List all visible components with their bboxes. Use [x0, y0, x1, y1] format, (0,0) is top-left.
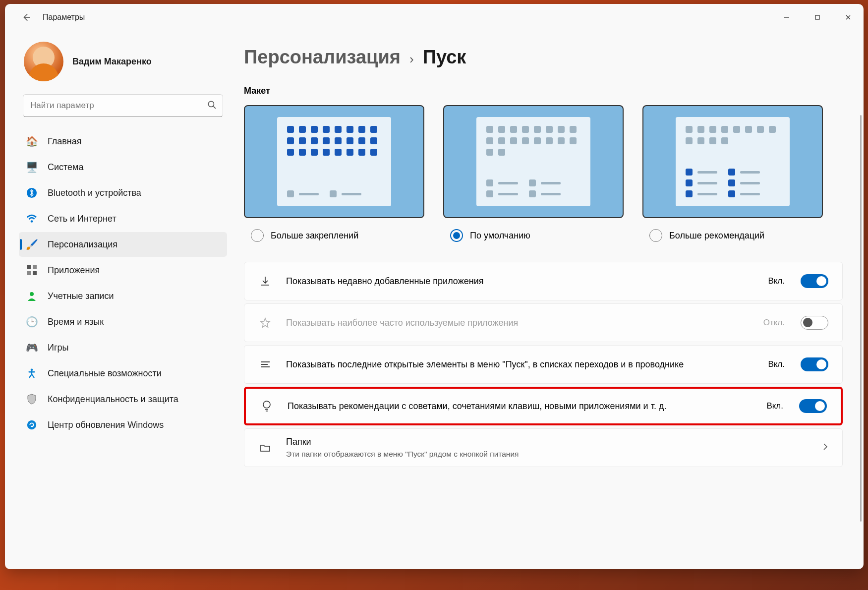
- sidebar-item-label: Конфиденциальность и защита: [48, 394, 178, 405]
- svg-rect-1: [815, 15, 819, 19]
- svg-point-7: [31, 220, 33, 223]
- sidebar-item-label: Игры: [48, 343, 68, 353]
- svg-rect-9: [33, 265, 37, 269]
- maximize-button[interactable]: [802, 7, 833, 27]
- setting-label: Показывать последние открытые элементы в…: [286, 358, 754, 370]
- svg-point-4: [208, 101, 214, 107]
- sidebar-item-label: Приложения: [48, 265, 100, 276]
- update-icon: [26, 419, 38, 431]
- radio-label: Больше рекомендаций: [669, 231, 764, 241]
- svg-rect-10: [27, 271, 31, 275]
- svg-point-13: [31, 368, 33, 371]
- sidebar: Вадим Макаренко 🏠Главная 🖥️Система Bluet…: [5, 31, 232, 569]
- sidebar-item-label: Главная: [48, 136, 82, 147]
- profile-name: Вадим Макаренко: [72, 57, 152, 67]
- layout-card-more-recs[interactable]: [642, 105, 823, 218]
- layout-card-more-pins[interactable]: [244, 105, 424, 218]
- sidebar-item-privacy[interactable]: Конфиденциальность и защита: [19, 387, 227, 412]
- sidebar-item-label: Сеть и Интернет: [48, 214, 116, 224]
- wifi-icon: [26, 213, 38, 225]
- sidebar-item-bluetooth[interactable]: Bluetooth и устройства: [19, 180, 227, 205]
- back-button[interactable]: [17, 8, 36, 27]
- setting-most-used: Показывать наиболее часто используемые п…: [244, 303, 843, 342]
- bulb-icon: [260, 399, 274, 413]
- svg-rect-11: [33, 271, 37, 275]
- toggle-switch[interactable]: [801, 274, 828, 288]
- app-title: Параметры: [43, 13, 85, 22]
- shield-icon: [26, 393, 38, 405]
- sidebar-item-gaming[interactable]: 🎮Игры: [19, 335, 227, 360]
- nav: 🏠Главная 🖥️Система Bluetooth и устройств…: [19, 129, 227, 437]
- sidebar-item-label: Bluetooth и устройства: [48, 188, 141, 198]
- breadcrumb-current: Пуск: [423, 47, 466, 68]
- svg-point-14: [27, 420, 36, 429]
- layout-card-default[interactable]: [443, 105, 624, 218]
- accessibility-icon: [26, 367, 38, 379]
- sidebar-item-network[interactable]: Сеть и Интернет: [19, 206, 227, 231]
- sidebar-item-label: Центр обновления Windows: [48, 420, 164, 430]
- setting-label: Папки: [286, 436, 804, 448]
- radio-icon: [649, 229, 662, 242]
- bluetooth-icon: [26, 187, 38, 199]
- window-controls: [771, 7, 864, 27]
- maximize-icon: [814, 14, 821, 21]
- toggle-state: Откл.: [763, 318, 785, 328]
- sidebar-item-label: Время и язык: [48, 317, 104, 327]
- toggle-switch[interactable]: [801, 357, 828, 371]
- sidebar-item-update[interactable]: Центр обновления Windows: [19, 413, 227, 437]
- sidebar-item-accessibility[interactable]: Специальные возможности: [19, 361, 227, 386]
- radio-icon: [450, 229, 463, 242]
- sidebar-item-accounts[interactable]: Учетные записи: [19, 284, 227, 308]
- profile-block[interactable]: Вадим Макаренко: [19, 42, 227, 81]
- radio-icon: [251, 229, 264, 242]
- layout-section-title: Макет: [244, 86, 843, 96]
- sidebar-item-system[interactable]: 🖥️Система: [19, 155, 227, 179]
- breadcrumb: Персонализация › Пуск: [244, 47, 843, 68]
- minimize-icon: [783, 14, 790, 21]
- toggle-state: Вкл.: [768, 276, 785, 286]
- sidebar-item-home[interactable]: 🏠Главная: [19, 129, 227, 154]
- toggle-state: Вкл.: [766, 401, 783, 411]
- list-icon: [258, 357, 272, 371]
- sidebar-item-apps[interactable]: Приложения: [19, 258, 227, 283]
- sidebar-item-personalization[interactable]: 🖌️Персонализация: [19, 232, 227, 257]
- minimize-button[interactable]: [771, 7, 802, 27]
- brush-icon: 🖌️: [26, 238, 38, 250]
- toggle-state: Вкл.: [768, 359, 785, 369]
- avatar: [24, 42, 63, 81]
- sidebar-item-label: Специальные возможности: [48, 368, 162, 379]
- radio-more-recs[interactable]: Больше рекомендаций: [642, 229, 823, 242]
- toggle-switch: [801, 316, 828, 330]
- scrollbar[interactable]: [860, 115, 862, 522]
- system-icon: 🖥️: [26, 161, 38, 173]
- apps-icon: [26, 264, 38, 276]
- sidebar-item-time[interactable]: 🕒Время и язык: [19, 309, 227, 334]
- close-button[interactable]: [833, 7, 864, 27]
- layout-options: [244, 105, 843, 218]
- main-content: Персонализация › Пуск Макет: [232, 31, 864, 569]
- setting-recent-apps[interactable]: Показывать недавно добавленные приложени…: [244, 262, 843, 300]
- setting-recommendations[interactable]: Показывать рекомендации с советами, соче…: [244, 387, 843, 425]
- search-icon: [207, 100, 216, 111]
- setting-folders[interactable]: Папки Эти папки отображаются в меню "Пус…: [244, 428, 843, 467]
- settings-window: Параметры Вадим Макаренко 🏠Главная 🖥️Сис…: [5, 4, 864, 569]
- svg-line-5: [213, 106, 216, 109]
- search-input[interactable]: [23, 94, 223, 117]
- radio-label: Больше закреплений: [271, 231, 358, 241]
- radio-default[interactable]: По умолчанию: [443, 229, 624, 242]
- setting-label: Показывать недавно добавленные приложени…: [286, 275, 754, 287]
- radio-more-pins[interactable]: Больше закреплений: [244, 229, 424, 242]
- sidebar-item-label: Персонализация: [48, 239, 117, 250]
- svg-point-12: [30, 292, 34, 296]
- breadcrumb-parent[interactable]: Персонализация: [244, 47, 401, 68]
- chevron-right-icon: ›: [409, 52, 414, 67]
- download-icon: [258, 274, 272, 288]
- home-icon: 🏠: [26, 135, 38, 147]
- setting-recent-items[interactable]: Показывать последние открытые элементы в…: [244, 345, 843, 384]
- toggle-switch[interactable]: [799, 399, 827, 413]
- search-wrap: [23, 94, 223, 117]
- gamepad-icon: 🎮: [26, 342, 38, 354]
- radio-label: По умолчанию: [470, 231, 530, 241]
- svg-rect-8: [27, 265, 31, 269]
- arrow-left-icon: [22, 13, 31, 22]
